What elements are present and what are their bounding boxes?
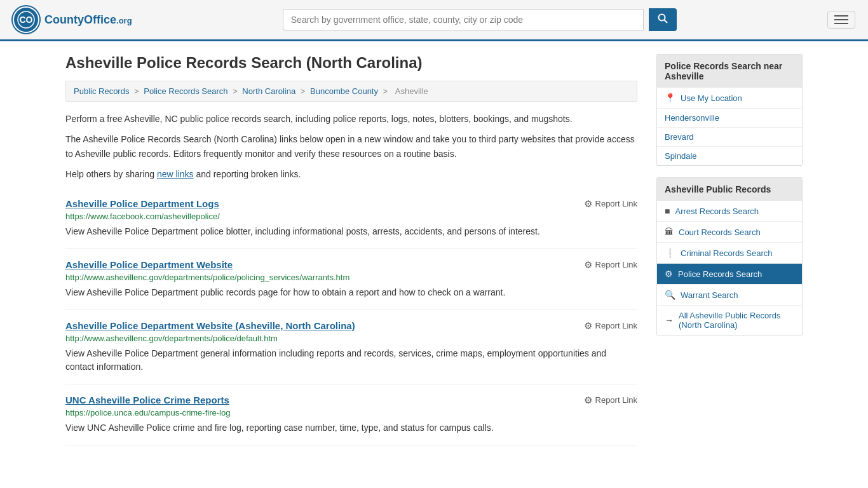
criminal-icon: ❕ xyxy=(665,248,675,258)
logo-icon: CO xyxy=(13,6,39,33)
police-icon: ⚙ xyxy=(665,269,673,279)
result-url-3: https://police.unca.edu/campus-crime-fir… xyxy=(65,408,637,417)
sidebar-item-all-public-records[interactable]: → All Asheville Public Records (North Ca… xyxy=(657,306,802,335)
result-item-1: Asheville Police Department Website ⚙ Re… xyxy=(65,249,637,310)
breadcrumb-asheville: Asheville xyxy=(395,86,428,96)
result-title-2[interactable]: Asheville Police Department Website (Ash… xyxy=(65,320,355,331)
breadcrumb-police-records-search[interactable]: Police Records Search xyxy=(144,86,227,96)
sidebar-item-use-my-location[interactable]: 📍 Use My Location xyxy=(657,88,802,109)
sidebar: Police Records Search near Asheville 📍 U… xyxy=(656,54,803,445)
report-icon-1: ⚙ xyxy=(584,259,592,271)
description-2: The Asheville Police Records Search (Nor… xyxy=(65,132,637,161)
nearby-section-title: Police Records Search near Asheville xyxy=(657,55,802,88)
public-records-section: Asheville Public Records ■ Arrest Record… xyxy=(656,177,803,336)
description-3: Help others by sharing new links and rep… xyxy=(65,167,637,181)
menu-bar-2 xyxy=(834,19,848,20)
nearby-section: Police Records Search near Asheville 📍 U… xyxy=(656,54,803,166)
result-desc-1: View Asheville Police Department public … xyxy=(65,286,637,299)
result-item-0: Asheville Police Department Logs ⚙ Repor… xyxy=(65,188,637,249)
sidebar-item-spindale[interactable]: Spindale xyxy=(657,147,802,165)
sidebar-item-brevard[interactable]: Brevard xyxy=(657,128,802,147)
sidebar-item-hendersonville[interactable]: Hendersonville xyxy=(657,109,802,128)
report-link-2[interactable]: ⚙ Report Link xyxy=(584,320,637,332)
result-desc-0: View Asheville Police Department police … xyxy=(65,225,637,238)
breadcrumb: Public Records > Police Records Search >… xyxy=(65,81,637,102)
search-button[interactable] xyxy=(649,8,677,31)
sidebar-item-police-records[interactable]: ⚙ Police Records Search xyxy=(657,264,802,285)
breadcrumb-public-records[interactable]: Public Records xyxy=(74,86,129,96)
menu-bar-1 xyxy=(834,15,848,17)
report-icon-2: ⚙ xyxy=(584,320,592,332)
result-title-3[interactable]: UNC Asheville Police Crime Reports xyxy=(65,395,229,405)
report-icon-0: ⚙ xyxy=(584,198,592,210)
sidebar-item-arrest-records[interactable]: ■ Arrest Records Search xyxy=(657,201,802,222)
sidebar-item-criminal-records[interactable]: ❕ Criminal Records Search xyxy=(657,243,802,264)
public-records-section-title: Asheville Public Records xyxy=(657,178,802,201)
result-url-2: http://www.ashevillenc.gov/departments/p… xyxy=(65,334,637,343)
result-title-0[interactable]: Asheville Police Department Logs xyxy=(65,198,219,209)
result-title-1[interactable]: Asheville Police Department Website xyxy=(65,259,233,270)
arrow-icon: → xyxy=(665,315,674,325)
menu-bar-3 xyxy=(834,23,848,24)
result-item-2: Asheville Police Department Website (Ash… xyxy=(65,310,637,384)
results-container: Asheville Police Department Logs ⚙ Repor… xyxy=(65,188,637,445)
content-area: Asheville Police Records Search (North C… xyxy=(65,54,637,445)
sidebar-item-court-records[interactable]: 🏛 Court Records Search xyxy=(657,222,802,243)
search-input[interactable] xyxy=(283,9,644,30)
logo-area: CO CountyOffice.org xyxy=(13,6,132,33)
main-container: Asheville Police Records Search (North C… xyxy=(53,41,815,458)
search-area xyxy=(283,8,677,31)
result-desc-2: View Asheville Police Department general… xyxy=(65,347,637,374)
result-item-3: UNC Asheville Police Crime Reports ⚙ Rep… xyxy=(65,384,637,445)
report-link-1[interactable]: ⚙ Report Link xyxy=(584,259,637,271)
arrest-icon: ■ xyxy=(665,206,670,216)
description-1: Perform a free Asheville, NC public poli… xyxy=(65,112,637,126)
new-links-link[interactable]: new links xyxy=(157,169,194,179)
result-url-1: http://www.ashevillenc.gov/departments/p… xyxy=(65,273,637,282)
svg-line-3 xyxy=(664,20,667,24)
breadcrumb-north-carolina[interactable]: North Carolina xyxy=(242,86,295,96)
warrant-icon: 🔍 xyxy=(665,290,675,300)
court-icon: 🏛 xyxy=(665,227,674,237)
result-desc-3: View UNC Asheville Police crime and fire… xyxy=(65,421,637,435)
report-link-0[interactable]: ⚙ Report Link xyxy=(584,198,637,210)
result-url-0: https://www.facebook.com/ashevillepolice… xyxy=(65,212,637,221)
report-icon-3: ⚙ xyxy=(584,395,592,406)
sidebar-item-warrant-search[interactable]: 🔍 Warrant Search xyxy=(657,285,802,306)
location-icon: 📍 xyxy=(665,93,675,103)
breadcrumb-buncombe-county[interactable]: Buncombe County xyxy=(310,86,378,96)
site-header: CO CountyOffice.org xyxy=(0,0,868,41)
svg-text:CO: CO xyxy=(20,15,33,25)
menu-button[interactable] xyxy=(827,11,855,29)
logo-text: CountyOffice.org xyxy=(44,13,132,27)
page-title: Asheville Police Records Search (North C… xyxy=(65,54,637,72)
svg-point-2 xyxy=(658,15,665,21)
report-link-3[interactable]: ⚙ Report Link xyxy=(584,395,637,406)
